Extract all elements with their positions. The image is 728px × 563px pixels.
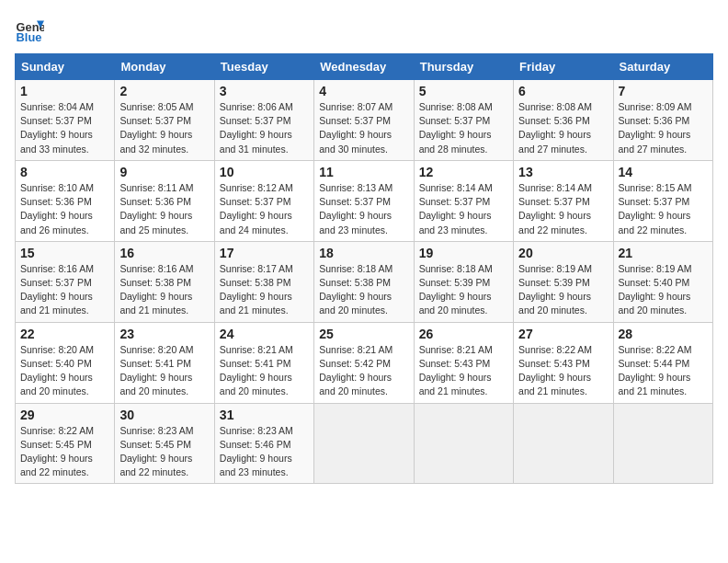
calendar-week-2: 8 Sunrise: 8:10 AM Sunset: 5:36 PM Dayli…: [16, 160, 713, 241]
sunset: Sunset: 5:41 PM: [119, 357, 209, 371]
daylight: Daylight: 9 hours and 22 minutes.: [119, 452, 209, 479]
day-number: 14: [619, 165, 708, 179]
day-number: 9: [119, 165, 209, 179]
calendar-cell: 22 Sunrise: 8:20 AM Sunset: 5:40 PM Dayl…: [16, 322, 115, 403]
day-number: 31: [220, 408, 309, 422]
day-info: Sunrise: 8:21 AM Sunset: 5:43 PM Dayligh…: [419, 343, 508, 399]
day-number: 17: [220, 246, 309, 260]
sunrise: Sunrise: 8:04 AM: [20, 100, 109, 114]
daylight: Daylight: 9 hours and 27 minutes.: [518, 128, 608, 155]
daylight: Daylight: 9 hours and 20 minutes.: [220, 371, 309, 398]
day-info: Sunrise: 8:06 AM Sunset: 5:37 PM Dayligh…: [220, 100, 309, 156]
day-info: Sunrise: 8:05 AM Sunset: 5:37 PM Dayligh…: [119, 100, 209, 156]
day-number: 25: [319, 327, 408, 341]
day-info: Sunrise: 8:16 AM Sunset: 5:37 PM Dayligh…: [20, 262, 109, 318]
daylight: Daylight: 9 hours and 21 minutes.: [518, 371, 608, 398]
day-info: Sunrise: 8:12 AM Sunset: 5:37 PM Dayligh…: [220, 181, 309, 237]
sunset: Sunset: 5:36 PM: [518, 114, 608, 128]
day-info: Sunrise: 8:20 AM Sunset: 5:41 PM Dayligh…: [119, 343, 209, 399]
day-number: 3: [220, 84, 309, 98]
day-info: Sunrise: 8:18 AM Sunset: 5:38 PM Dayligh…: [319, 262, 408, 318]
sunset: Sunset: 5:37 PM: [419, 114, 508, 128]
sunrise: Sunrise: 8:16 AM: [119, 262, 209, 276]
day-number: 24: [220, 327, 309, 341]
calendar-cell: 15 Sunrise: 8:16 AM Sunset: 5:37 PM Dayl…: [16, 241, 115, 322]
calendar-cell: 16 Sunrise: 8:16 AM Sunset: 5:38 PM Dayl…: [115, 241, 214, 322]
sunrise: Sunrise: 8:18 AM: [319, 262, 408, 276]
daylight: Daylight: 9 hours and 20 minutes.: [119, 371, 209, 398]
day-info: Sunrise: 8:14 AM Sunset: 5:37 PM Dayligh…: [419, 181, 508, 237]
daylight: Daylight: 9 hours and 21 minutes.: [419, 371, 508, 398]
day-info: Sunrise: 8:21 AM Sunset: 5:42 PM Dayligh…: [319, 343, 408, 399]
daylight: Daylight: 9 hours and 24 minutes.: [220, 209, 309, 236]
sunrise: Sunrise: 8:23 AM: [220, 424, 309, 438]
day-info: Sunrise: 8:10 AM Sunset: 5:36 PM Dayligh…: [20, 181, 109, 237]
sunset: Sunset: 5:36 PM: [119, 195, 209, 209]
calendar-cell: 1 Sunrise: 8:04 AM Sunset: 5:37 PM Dayli…: [16, 80, 115, 161]
sunset: Sunset: 5:38 PM: [119, 276, 209, 290]
calendar-cell: 12 Sunrise: 8:14 AM Sunset: 5:37 PM Dayl…: [414, 160, 513, 241]
daylight: Daylight: 9 hours and 23 minutes.: [220, 452, 309, 479]
day-number: 28: [619, 327, 708, 341]
day-info: Sunrise: 8:17 AM Sunset: 5:38 PM Dayligh…: [220, 262, 309, 318]
sunset: Sunset: 5:42 PM: [319, 357, 408, 371]
sunrise: Sunrise: 8:11 AM: [119, 181, 209, 195]
calendar-cell: 9 Sunrise: 8:11 AM Sunset: 5:36 PM Dayli…: [115, 160, 214, 241]
sunrise: Sunrise: 8:21 AM: [419, 343, 508, 357]
day-info: Sunrise: 8:15 AM Sunset: 5:37 PM Dayligh…: [619, 181, 708, 237]
daylight: Daylight: 9 hours and 21 minutes.: [220, 290, 309, 317]
calendar-cell: 27 Sunrise: 8:22 AM Sunset: 5:43 PM Dayl…: [514, 322, 613, 403]
daylight: Daylight: 9 hours and 30 minutes.: [319, 128, 408, 155]
daylight: Daylight: 9 hours and 33 minutes.: [20, 128, 109, 155]
sunset: Sunset: 5:45 PM: [119, 438, 209, 452]
day-number: 27: [518, 327, 608, 341]
sunset: Sunset: 5:41 PM: [220, 357, 309, 371]
sunset: Sunset: 5:37 PM: [518, 195, 608, 209]
sunset: Sunset: 5:40 PM: [20, 357, 109, 371]
day-number: 6: [518, 84, 608, 98]
weekday-header-tuesday: Tuesday: [214, 54, 313, 80]
day-number: 7: [619, 84, 708, 98]
day-number: 15: [20, 246, 109, 260]
weekday-header-monday: Monday: [115, 54, 214, 80]
daylight: Daylight: 9 hours and 26 minutes.: [20, 209, 109, 236]
daylight: Daylight: 9 hours and 21 minutes.: [119, 290, 209, 317]
day-info: Sunrise: 8:23 AM Sunset: 5:45 PM Dayligh…: [119, 424, 209, 480]
sunset: Sunset: 5:37 PM: [20, 114, 109, 128]
calendar-cell: 29 Sunrise: 8:22 AM Sunset: 5:45 PM Dayl…: [16, 403, 115, 484]
daylight: Daylight: 9 hours and 23 minutes.: [319, 209, 408, 236]
daylight: Daylight: 9 hours and 22 minutes.: [619, 209, 708, 236]
sunset: Sunset: 5:36 PM: [619, 114, 708, 128]
sunrise: Sunrise: 8:19 AM: [518, 262, 608, 276]
day-info: Sunrise: 8:11 AM Sunset: 5:36 PM Dayligh…: [119, 181, 209, 237]
day-number: 29: [20, 408, 109, 422]
day-number: 1: [20, 84, 109, 98]
calendar-cell: 18 Sunrise: 8:18 AM Sunset: 5:38 PM Dayl…: [314, 241, 414, 322]
sunset: Sunset: 5:37 PM: [619, 195, 708, 209]
sunrise: Sunrise: 8:17 AM: [220, 262, 309, 276]
sunrise: Sunrise: 8:05 AM: [119, 100, 209, 114]
day-info: Sunrise: 8:21 AM Sunset: 5:41 PM Dayligh…: [220, 343, 309, 399]
daylight: Daylight: 9 hours and 25 minutes.: [119, 209, 209, 236]
calendar-cell: 5 Sunrise: 8:08 AM Sunset: 5:37 PM Dayli…: [414, 80, 513, 161]
day-number: 20: [518, 246, 608, 260]
calendar-cell: 24 Sunrise: 8:21 AM Sunset: 5:41 PM Dayl…: [214, 322, 313, 403]
sunset: Sunset: 5:37 PM: [319, 114, 408, 128]
sunset: Sunset: 5:38 PM: [319, 276, 408, 290]
daylight: Daylight: 9 hours and 20 minutes.: [518, 290, 608, 317]
daylight: Daylight: 9 hours and 20 minutes.: [319, 290, 408, 317]
calendar-cell: 17 Sunrise: 8:17 AM Sunset: 5:38 PM Dayl…: [214, 241, 313, 322]
calendar-cell: 19 Sunrise: 8:18 AM Sunset: 5:39 PM Dayl…: [414, 241, 513, 322]
day-info: Sunrise: 8:22 AM Sunset: 5:44 PM Dayligh…: [619, 343, 708, 399]
sunset: Sunset: 5:37 PM: [119, 114, 209, 128]
calendar-week-1: 1 Sunrise: 8:04 AM Sunset: 5:37 PM Dayli…: [16, 80, 713, 161]
day-number: 18: [319, 246, 408, 260]
calendar-cell: 2 Sunrise: 8:05 AM Sunset: 5:37 PM Dayli…: [115, 80, 214, 161]
day-info: Sunrise: 8:08 AM Sunset: 5:37 PM Dayligh…: [419, 100, 508, 156]
sunrise: Sunrise: 8:06 AM: [220, 100, 309, 114]
day-number: 16: [119, 246, 209, 260]
daylight: Daylight: 9 hours and 22 minutes.: [20, 452, 109, 479]
calendar-cell: [314, 403, 414, 484]
day-info: Sunrise: 8:23 AM Sunset: 5:46 PM Dayligh…: [220, 424, 309, 480]
daylight: Daylight: 9 hours and 28 minutes.: [419, 128, 508, 155]
